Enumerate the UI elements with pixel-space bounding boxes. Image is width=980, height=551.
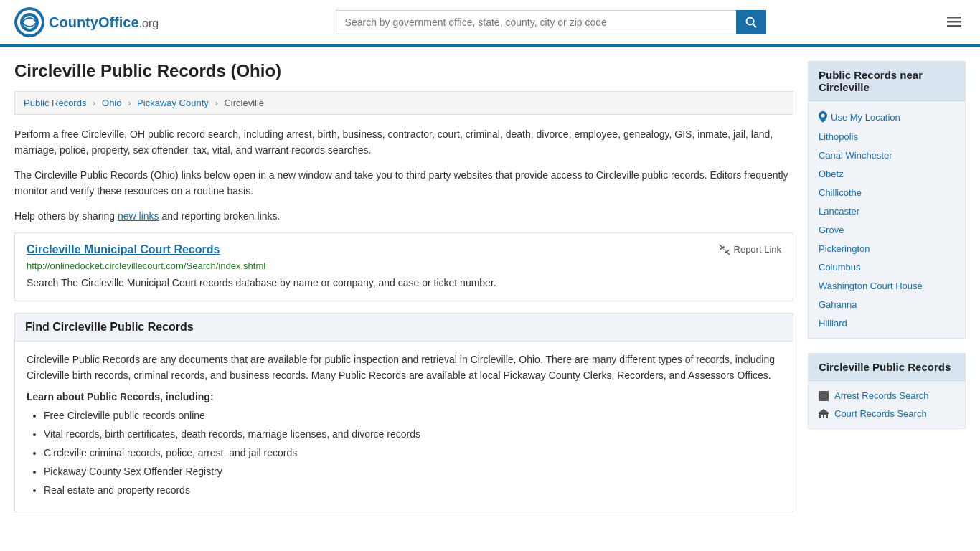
nearby-link-lithopolis[interactable]: Lithopolis [809,127,965,146]
svg-rect-7 [947,17,961,19]
nearby-link-chillicothe[interactable]: Chillicothe [809,183,965,202]
page-title: Circleville Public Records (Ohio) [14,61,793,81]
sidebar-nearby-header: Public Records near Circleville [809,62,965,101]
logo-area: CO CountyOffice.org [14,7,159,37]
svg-rect-9 [947,25,961,27]
nearby-link-gahanna[interactable]: Gahanna [809,295,965,314]
find-records-section: Find Circleville Public Records Circlevi… [14,313,793,512]
record-link-title[interactable]: Circleville Municipal Court Records [27,243,220,256]
nearby-link-grove[interactable]: Grove [809,220,965,239]
svg-point-5 [746,18,753,25]
sidebar: Public Records near Circleville Use My L… [808,61,966,524]
svg-rect-15 [819,413,829,414]
nearby-link-canal-winchester[interactable]: Canal Winchester [809,146,965,164]
new-links-link[interactable]: new links [118,210,159,222]
arrest-records-item[interactable]: Arrest Records Search [809,387,965,405]
learn-about-label: Learn about Public Records, including: [27,391,781,402]
record-url[interactable]: http://onlinedocket.circlevillecourt.com… [27,260,781,271]
arrest-records-icon [819,391,829,401]
search-input[interactable] [336,10,736,34]
svg-rect-17 [821,415,823,418]
list-item: Vital records, birth certificates, death… [44,427,781,442]
sidebar-records-header: Circleville Public Records [809,354,965,381]
court-building-icon [819,409,829,419]
record-description: Search The Circleville Municipal Court r… [27,276,781,291]
nearby-link-washington-court-house[interactable]: Washington Court House [809,276,965,295]
nearby-link-hilliard[interactable]: Hilliard [809,314,965,332]
hamburger-icon [946,13,963,30]
search-icon [745,17,757,28]
logo-icon: CO [14,7,44,37]
court-records-item[interactable]: Court Records Search [809,405,965,423]
header: CO CountyOffice.org [0,0,980,47]
logo-text: CountyOffice.org [49,14,159,31]
breadcrumb-public-records[interactable]: Public Records [24,98,86,108]
nearby-link-lancaster[interactable]: Lancaster [809,202,965,220]
svg-line-12 [722,248,727,252]
record-link-header: Circleville Municipal Court Records Repo… [27,243,781,256]
breadcrumb-sep-1: › [93,98,95,108]
sidebar-records: Circleville Public Records Arrest Record… [808,353,966,429]
breadcrumb-pickaway[interactable]: Pickaway County [137,98,209,108]
search-button[interactable] [736,10,766,34]
record-link-section: Circleville Municipal Court Records Repo… [14,232,793,301]
nearby-link-pickerington[interactable]: Pickerington [809,239,965,258]
main-content: Circleville Public Records (Ohio) Public… [0,47,980,538]
desc-para-3: Help others by sharing new links and rep… [14,208,793,224]
nearby-link-obetz[interactable]: Obetz [809,164,965,183]
svg-rect-18 [824,415,826,418]
unlink-icon [719,244,730,255]
svg-text:CO: CO [24,19,35,27]
nearby-link-columbus[interactable]: Columbus [809,258,965,276]
svg-point-13 [821,114,825,118]
menu-button[interactable] [943,10,966,35]
breadcrumb-sep-2: › [128,98,131,108]
find-records-header: Find Circleville Public Records [15,314,793,342]
breadcrumb-circleville: Circleville [224,98,264,108]
search-area [336,10,766,34]
desc-para-2: The Circleville Public Records (Ohio) li… [14,167,793,199]
report-link-label: Report Link [734,244,781,255]
list-item: Circleville criminal records, police, ar… [44,446,781,461]
breadcrumb-ohio[interactable]: Ohio [102,98,121,108]
svg-rect-14 [819,413,828,418]
use-my-location[interactable]: Use My Location [809,107,965,127]
svg-rect-8 [947,21,961,23]
breadcrumb-sep-3: › [215,98,217,108]
list-item: Pickaway County Sex Offender Registry [44,464,781,479]
location-pin-icon [819,111,827,123]
sidebar-records-links: Arrest Records Search Court Records Sear… [809,381,965,428]
records-list: Free Circleville public records online V… [27,408,781,498]
list-item: Real estate and property records [44,483,781,498]
breadcrumb: Public Records › Ohio › Pickaway County … [14,91,793,115]
use-location-link[interactable]: Use My Location [831,112,900,123]
sidebar-nearby-links: Use My Location Lithopolis Canal Winches… [809,101,965,338]
report-link-button[interactable]: Report Link [719,244,781,255]
find-records-para: Circleville Public Records are any docum… [27,352,781,384]
sidebar-nearby: Public Records near Circleville Use My L… [808,61,966,339]
find-records-body: Circleville Public Records are any docum… [15,342,793,512]
content-area: Circleville Public Records (Ohio) Public… [14,61,793,524]
desc-para-1: Perform a free Circleville, OH public re… [14,126,793,159]
svg-marker-16 [819,409,829,413]
list-item: Free Circleville public records online [44,408,781,423]
svg-line-6 [753,24,756,28]
